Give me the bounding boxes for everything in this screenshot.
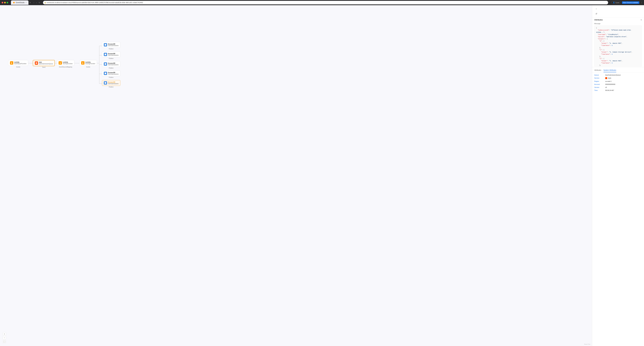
lambda-icon: [81, 61, 84, 65]
node-service-label: SQS: [39, 62, 53, 63]
sqs-icon: [35, 61, 38, 65]
tab-bar: 🔶 EventStudio ✕ +: [11, 1, 31, 5]
guest-button[interactable]: 👤 Guest: [612, 1, 621, 4]
attributes-header[interactable]: Attributes ∨: [592, 18, 644, 22]
node-service-label: DynamoDB: [108, 63, 118, 64]
lock-icon: 🔒: [44, 2, 46, 3]
attr-val-account: 000000000000: [605, 83, 615, 85]
node-service-label: DynamoDB: [108, 72, 118, 73]
guest-icon: 👤: [613, 2, 615, 4]
tab-close-button[interactable]: ✕: [26, 2, 26, 3]
attr-key-time: Time: [594, 90, 605, 91]
panel-expand-button[interactable]: ›: [594, 7, 598, 11]
reload-button[interactable]: ↻: [38, 1, 41, 4]
node-name-label: UserSubmissions: [108, 73, 118, 75]
flow-canvas-area[interactable]: Lambda SubmitQuizFunction Invoke SQS Qui…: [0, 5, 592, 346]
dynamodb-icon: [104, 53, 107, 56]
back-button[interactable]: ‹: [33, 1, 35, 4]
node-service-label: DynamoDB: [108, 43, 118, 45]
node-action-label: PutItem: [109, 86, 114, 88]
node-action-label: PutItem: [109, 58, 114, 59]
node-action-label: PutItem: [109, 48, 114, 50]
browser-actions: 👤 Guest New Chrome available ⋮: [612, 1, 642, 4]
nav-controls: ‹ › ↻: [33, 1, 41, 4]
node-service-label: Lambda: [63, 61, 72, 63]
new-tab-button[interactable]: +: [30, 1, 31, 4]
node-dynamo-3[interactable]: DynamoDB UserSubmissions PutItem: [102, 61, 120, 69]
attrs-tabs: Attributes System Attributes: [592, 68, 644, 72]
node-action-label: Invoke: [16, 66, 20, 68]
attr-row-time: Time 09:06:24:467: [592, 89, 644, 92]
node-action-label: PutItem: [109, 67, 114, 69]
node-dynamo-2[interactable]: DynamoDB UserSubmissions PutItem: [102, 52, 120, 59]
svg-rect-10: [36, 63, 37, 64]
node-sqs-queue[interactable]: SQS QuizSubmissionQueue Send: [33, 60, 55, 68]
zoom-out-button[interactable]: −: [3, 336, 6, 339]
fit-view-button[interactable]: [3, 340, 6, 343]
node-lambda-submit[interactable]: Lambda SubmitQuizFunction Invoke: [8, 60, 28, 68]
traffic-lights: [2, 2, 8, 4]
chevron-down-icon: ∨: [640, 19, 642, 21]
node-action-label: PutItem: [109, 77, 114, 78]
node-name-label: ScoringFunction: [63, 63, 72, 64]
close-window-button[interactable]: [2, 2, 3, 4]
node-action-label: Invoke: [86, 66, 90, 68]
react-flow-label: React Flow: [584, 343, 590, 345]
json-content[interactable]: { "SubmissionID": "6ffdcbc5-8e8d-4a82-97…: [594, 26, 642, 67]
attr-val-queue: QuizSubmissionQueue: [605, 74, 621, 76]
forward-button[interactable]: ›: [36, 1, 38, 4]
browser-menu-button[interactable]: ⋮: [640, 2, 642, 4]
flow-connections: [0, 5, 592, 346]
panel-refresh-button[interactable]: ↺: [594, 12, 598, 16]
attributes-title: Attributes: [594, 19, 603, 21]
dynamodb-icon: [104, 81, 107, 85]
minimize-window-button[interactable]: [4, 2, 6, 4]
attr-val-version: v0: [605, 87, 607, 88]
node-name-label: QuizSubmissionQueue: [39, 63, 53, 65]
app-container: Lambda SubmitQuizFunction Invoke SQS Qui…: [0, 5, 644, 346]
tab-attributes[interactable]: Attributes: [594, 68, 601, 72]
right-panel: › ↺ Attributes ∨ Message { "SubmissionID…: [592, 5, 644, 346]
system-attributes-section: Attributes System Attributes Queue QuizS…: [592, 67, 644, 94]
node-dynamo-4[interactable]: DynamoDB UserSubmissions PutItem: [102, 70, 120, 78]
sqs-service-icon: [605, 77, 607, 79]
attr-key-account: Account: [594, 83, 605, 85]
node-service-label: DynamoDB: [108, 81, 118, 83]
tab-system-attributes[interactable]: System Attributes: [604, 68, 616, 72]
attr-val-service: SQS: [605, 77, 611, 79]
new-chrome-badge[interactable]: New Chrome available: [622, 1, 639, 4]
node-dynamo-1[interactable]: DynamoDB UserSubmissions PutItem: [102, 42, 120, 50]
attr-row-account: Account 000000000000: [592, 83, 644, 86]
zoom-in-button[interactable]: +: [3, 332, 6, 335]
message-label: Message: [592, 22, 644, 25]
node-lambda-scoring-invoke[interactable]: Lambda ScoringFunction Invoke: [80, 60, 97, 68]
panel-top-controls: › ↺: [592, 5, 644, 18]
address-bar[interactable]: 🔒 eventstudio.localhost.localstack.cloud…: [43, 1, 608, 5]
node-name-label: ScoringFunction: [85, 63, 95, 64]
tab-title: EventStudio: [16, 2, 25, 4]
attr-val-time: 09:06:24:467: [605, 90, 614, 91]
lambda-icon: [58, 61, 62, 65]
attr-key-queue: Queue: [594, 74, 605, 76]
node-name-label: UserSubmissions: [108, 45, 118, 46]
canvas-controls: + −: [3, 332, 6, 343]
node-service-label: DynamoDB: [108, 53, 118, 54]
node-name-label: SubmitQuizFunction: [14, 63, 26, 64]
dynamodb-icon: [104, 62, 107, 66]
node-service-label: Lambda: [14, 61, 26, 63]
active-tab[interactable]: 🔶 EventStudio ✕: [11, 1, 28, 5]
dynamodb-icon: [104, 43, 107, 47]
guest-label: Guest: [616, 2, 619, 4]
node-service-label: Lambda: [85, 61, 95, 63]
lambda-icon: [10, 61, 13, 65]
maximize-window-button[interactable]: [6, 2, 8, 4]
url-text: eventstudio.localhost.localstack.cloud:4…: [46, 2, 143, 4]
attr-row-region: Region us-east-1: [592, 80, 644, 83]
node-lambda-scoring-esm[interactable]: Lambda ScoringFunction EventSourceMappin…: [57, 60, 74, 68]
attr-key-service: Service: [594, 77, 605, 79]
node-name-label: UserSubmissions: [108, 83, 118, 84]
browser-chrome: 🔶 EventStudio ✕ + ‹ › ↻ 🔒 eventstudio.lo…: [0, 0, 644, 5]
tab-favicon: 🔶: [13, 2, 15, 4]
node-dynamo-5[interactable]: DynamoDB UserSubmissions PutItem: [102, 80, 120, 88]
attr-row-version: Version v0: [592, 86, 644, 89]
